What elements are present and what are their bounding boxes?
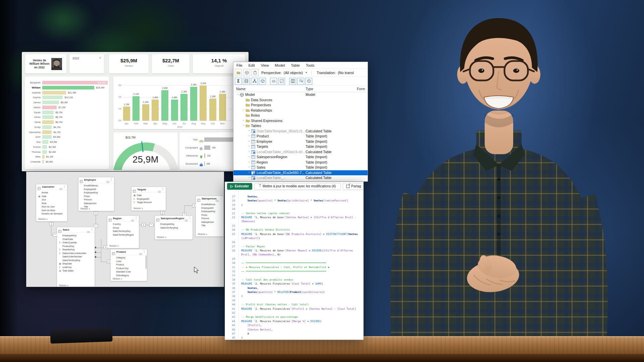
reduce-toggle[interactable]: Réduire ∧ bbox=[38, 218, 48, 220]
code-line[interactable]: 21-- Ventes nettes (après remise) bbox=[225, 212, 363, 216]
bar[interactable] bbox=[42, 125, 52, 129]
kebab-menu-icon[interactable]: ⋮ bbox=[63, 185, 66, 188]
tree-row-shared-expressions[interactable]: ›Shared Expressions bbox=[233, 118, 368, 124]
code-line[interactable]: 37 Ventes[quantite] * RELATED(Produit[co… bbox=[225, 290, 363, 294]
table-field[interactable]: Category bbox=[111, 256, 147, 260]
update-model-button[interactable]: ↑Mettre à jour le modèle avec les modifi… bbox=[254, 183, 341, 190]
code-line[interactable]: 27-- Panier Moyen bbox=[225, 245, 363, 249]
table-field[interactable]: OrderDate bbox=[57, 238, 95, 242]
tree-row-localdatetable-c6f0ab19-e0-[interactable]: ›fxLocalDateTable_c6f0ab19-e0...Calculat… bbox=[233, 149, 368, 155]
table-card-header[interactable]: Product⋮ bbox=[111, 249, 147, 255]
tree-expander[interactable]: › bbox=[248, 134, 251, 137]
toolbar-columns-icon[interactable] bbox=[289, 78, 296, 85]
model-table-sales[interactable]: Sales⋮EmployeeKeyOrderDateΣOrderQuantity… bbox=[57, 227, 95, 287]
bar[interactable] bbox=[42, 130, 52, 134]
code-line[interactable]: 41MEASURE '2. Mesures Financières'[Profi… bbox=[225, 307, 363, 311]
code-line[interactable]: 29 bbox=[225, 257, 363, 261]
table-field[interactable]: EmployeeKey bbox=[78, 191, 114, 195]
table-field[interactable]: ΣEmployeeID bbox=[131, 198, 166, 201]
kebab-menu-icon[interactable]: ⋮ bbox=[91, 228, 93, 231]
table-card-header[interactable]: Employee⋮ bbox=[78, 177, 114, 183]
table-field[interactable]: ▤Total Sales bbox=[57, 269, 95, 273]
open-icon[interactable] bbox=[235, 69, 242, 76]
tree-expander[interactable]: › bbox=[248, 129, 251, 132]
bar[interactable] bbox=[42, 115, 54, 119]
table-field[interactable]: EmployeeID bbox=[196, 207, 223, 210]
code-line[interactable]: 28MEASURE '1. Mesures de base'[Panier Mo… bbox=[225, 249, 363, 253]
table-field[interactable]: EmployeeKey bbox=[196, 210, 223, 214]
bar[interactable] bbox=[42, 111, 54, 114]
code-line[interactable]: 19) bbox=[225, 203, 363, 207]
tree-expander[interactable]: › bbox=[242, 108, 245, 112]
table-field[interactable]: ΣTarget Amount bbox=[131, 201, 166, 205]
table-field[interactable]: Nom du Mois bbox=[36, 209, 67, 213]
table-field[interactable]: Subcategory bbox=[111, 274, 147, 278]
model-table-salespersonregion[interactable]: SalespersonRegion⋮EmployeeKeySalesTerrit… bbox=[155, 216, 193, 240]
scrollbar[interactable] bbox=[146, 255, 147, 269]
column-bar[interactable] bbox=[180, 94, 187, 121]
table-field[interactable]: ▦Date bbox=[36, 195, 67, 199]
table-field[interactable]: Prénom bbox=[196, 217, 223, 221]
tree-row-sales[interactable]: ›SalesTable (Import) bbox=[233, 165, 368, 170]
share-button[interactable]: Partag bbox=[343, 183, 364, 190]
table-card-header[interactable]: Calendrier⋮ bbox=[36, 184, 67, 190]
column-bar[interactable] bbox=[200, 85, 207, 121]
column-format[interactable]: Form bbox=[357, 87, 365, 91]
table-field[interactable]: Product bbox=[111, 263, 147, 267]
reduce-toggle[interactable]: Réduire ∧ bbox=[59, 284, 68, 287]
tree-expander[interactable]: › bbox=[248, 155, 251, 158]
code-line[interactable]: 48) bbox=[225, 336, 363, 340]
translation-dropdown[interactable]: (No transl bbox=[338, 71, 354, 75]
table-field[interactable]: Standard Cost bbox=[111, 270, 147, 274]
tree-row-data-sources[interactable]: Data Sources bbox=[233, 98, 368, 103]
category-bar[interactable] bbox=[204, 162, 205, 166]
column-bar[interactable] bbox=[132, 96, 140, 121]
code-line[interactable]: 42 bbox=[225, 311, 363, 315]
reduce-toggle[interactable]: Réduire ∧ bbox=[80, 207, 90, 210]
column-type[interactable]: Type bbox=[306, 87, 313, 91]
column-bar[interactable] bbox=[142, 104, 149, 121]
bar[interactable] bbox=[42, 106, 57, 109]
toolbar-shape-icon[interactable] bbox=[270, 78, 277, 85]
tree-expander[interactable]: › bbox=[248, 160, 251, 164]
toolbar-sort-icon[interactable] bbox=[297, 78, 304, 85]
code-line[interactable]: [idProduit]) bbox=[225, 236, 363, 240]
tree-row-salespersonregion[interactable]: ›SalespersonRegionTable (Import) bbox=[233, 155, 368, 160]
table-field[interactable]: ▦Date bbox=[131, 194, 166, 198]
reduce-toggle[interactable]: Réduire ∧ bbox=[113, 278, 122, 280]
dax-code-editor[interactable]: 17 Ventes,18 Ventes[quantite] * Ventes[p… bbox=[225, 191, 363, 340]
table-field[interactable]: Mois bbox=[36, 202, 67, 206]
menu-item-tools[interactable]: Tools bbox=[303, 63, 318, 67]
column-bar[interactable] bbox=[190, 87, 197, 121]
tree-row-model[interactable]: ›ModelModel bbox=[233, 92, 368, 98]
toolbar-cube-icon[interactable] bbox=[259, 78, 266, 85]
execute-button[interactable]: ▷Exécuter bbox=[227, 183, 252, 190]
tree-expander[interactable]: › bbox=[248, 139, 251, 143]
bar[interactable] bbox=[42, 140, 48, 144]
reduce-toggle[interactable]: Réduire ∧ bbox=[109, 245, 119, 247]
table-field[interactable]: Country bbox=[107, 223, 139, 227]
table-field[interactable]: ΣUnitPrice bbox=[57, 266, 95, 270]
table-field[interactable]: EmployeeKey bbox=[57, 234, 95, 238]
eye-icon[interactable] bbox=[185, 217, 188, 223]
model-table-salesperson[interactable]: Salesperson⋮EmailAddressEmployeeIDEmploy… bbox=[196, 196, 224, 237]
code-line[interactable]: 45 [Profit], bbox=[225, 323, 363, 327]
year-slicer[interactable]: 2022 ∨ bbox=[69, 54, 104, 73]
eye-icon[interactable] bbox=[131, 217, 134, 223]
kebab-menu-icon[interactable]: ⋮ bbox=[135, 217, 138, 220]
tree-expander[interactable]: › bbox=[236, 93, 239, 96]
table-field[interactable]: Product Key bbox=[111, 267, 147, 271]
code-line[interactable]: 17 Ventes, bbox=[225, 195, 363, 199]
tree-expander[interactable]: › bbox=[248, 176, 251, 179]
table-field[interactable]: Année bbox=[36, 191, 67, 195]
tree-row-tables[interactable]: ›Tables bbox=[233, 123, 368, 129]
reduce-toggle[interactable]: Réduire ∧ bbox=[157, 236, 166, 238]
perspective-dropdown[interactable]: (All objects) bbox=[284, 71, 303, 75]
column-name[interactable]: Name bbox=[236, 87, 246, 91]
table-field[interactable]: SalesTerritoryRegion bbox=[107, 234, 139, 237]
code-line[interactable]: 20 bbox=[225, 207, 363, 211]
monthly-column-chart[interactable]: 2022 0M1M2M3M1,2MJan2,1MFeb1,4MMar1,8MAp… bbox=[113, 76, 246, 129]
toolbar-sum-icon[interactable]: Σ bbox=[235, 78, 242, 85]
salesperson-bar-chart[interactable]: Benjamin$32,5MWilliam$25,9MIsabella$11,9… bbox=[25, 76, 109, 169]
bar[interactable] bbox=[42, 120, 54, 124]
